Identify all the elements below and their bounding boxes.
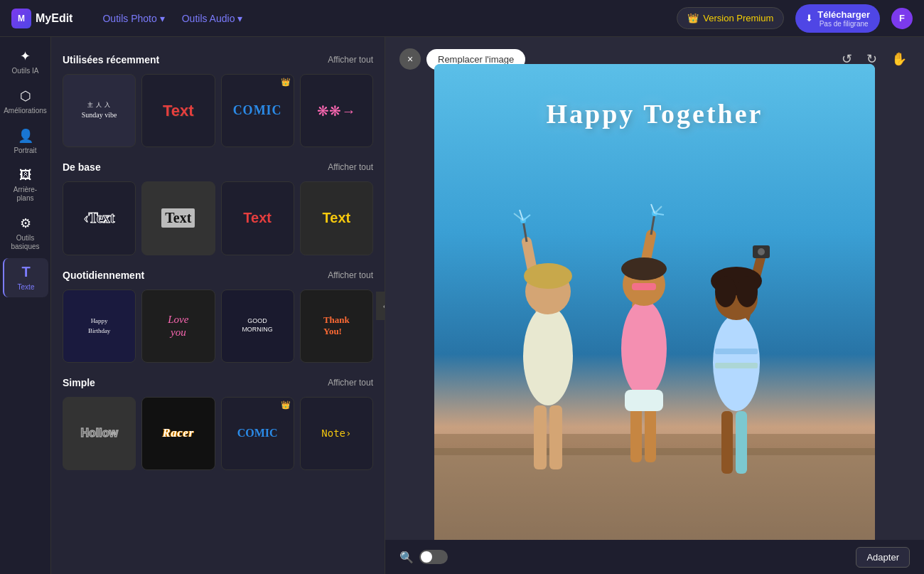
sidebar-item-outils-basiques[interactable]: ⚙ Outils basiques xyxy=(3,210,48,257)
top-nav: M MyEdit Outils Photo ▾ Outils Audio ▾ 👑… xyxy=(0,0,924,37)
template-card-sunday-vibe[interactable]: 主 人 入 Sunday vibe xyxy=(63,74,136,147)
text-panel: Utilisées récemment Afficher tout 主 人 入 … xyxy=(51,37,385,574)
hand-icon: ✋ xyxy=(891,52,907,66)
section-title-simple: Simple xyxy=(63,377,95,388)
outils-audio-label: Outils Audio xyxy=(182,13,235,24)
template-card-good-morning[interactable]: GOOD MORNING xyxy=(221,289,294,363)
sidebar-item-ia-label: Outils IA xyxy=(12,67,39,75)
svg-rect-11 xyxy=(534,405,547,469)
collapse-panel-btn[interactable]: ‹ xyxy=(376,292,385,320)
svg-rect-22 xyxy=(632,283,656,290)
hand-tool-btn[interactable]: ✋ xyxy=(888,48,910,70)
chevron-down-icon: ▾ xyxy=(160,13,165,24)
ia-icon: ✦ xyxy=(20,48,31,64)
section-header-quotidien: Quotidiennement Afficher tout xyxy=(63,270,373,281)
template-card-text-dark[interactable]: Text xyxy=(141,181,215,255)
template-card-text-red[interactable]: Text xyxy=(141,74,215,147)
template-text-note: Note› xyxy=(321,427,351,439)
photo-scene: Happy Together xyxy=(434,64,875,548)
download-button[interactable]: ⬇ Télécharger Pas de filigrane xyxy=(795,4,880,33)
template-card-happy-birthday[interactable]: Happy Birthday xyxy=(63,289,136,363)
app-logo[interactable]: M MyEdit xyxy=(11,9,72,28)
svg-point-35 xyxy=(736,276,758,307)
zoom-icon: 🔍 xyxy=(399,551,414,564)
user-avatar[interactable]: F xyxy=(891,8,913,29)
sidebar-item-texte-label: Texte xyxy=(18,283,35,292)
ameliorations-icon: ⬡ xyxy=(20,88,31,104)
download-sublabel: Pas de filigrane xyxy=(817,20,870,28)
svg-line-7 xyxy=(523,215,530,220)
template-card-arrow[interactable]: ❋❋→ xyxy=(300,74,373,147)
close-canvas-btn[interactable]: × xyxy=(399,48,421,70)
template-text-gold: Text xyxy=(323,210,351,226)
nav-menu: Outils Photo ▾ Outils Audio ▾ xyxy=(95,9,249,28)
main-layout: ✦ Outils IA ⬡ Améliorations 👤 Portrait 🖼… xyxy=(0,37,924,574)
crown-icon: 👑 xyxy=(687,13,699,23)
arriere-plans-icon: 🖼 xyxy=(19,168,32,183)
template-text-bright-red: Text xyxy=(243,210,272,226)
premium-label: Version Premium xyxy=(703,13,773,23)
template-card-text-gold[interactable]: Text xyxy=(300,181,373,255)
section-title-quotidien: Quotidiennement xyxy=(63,270,144,281)
template-card-text-bright-red[interactable]: Text xyxy=(221,181,294,255)
adapt-button[interactable]: Adapter xyxy=(856,547,910,568)
sidebar-item-arriere-plans[interactable]: 🖼 Arrière-plans xyxy=(3,162,48,208)
template-card-comic-simple[interactable]: 👑 COMIC xyxy=(221,397,294,470)
template-text-red: Text xyxy=(163,102,194,120)
section-header-recemment: Utilisées récemment Afficher tout xyxy=(63,54,373,65)
svg-rect-0 xyxy=(434,448,875,548)
template-text-hollow: Hollow xyxy=(80,427,117,440)
template-card-thank-you[interactable]: ThankYou! xyxy=(300,289,373,363)
sidebar-item-outils-basiques-label: Outils basiques xyxy=(6,234,45,251)
template-text-dark: Text xyxy=(161,208,195,228)
texte-icon: T xyxy=(21,264,30,280)
svg-rect-12 xyxy=(549,405,562,469)
sidebar-item-portrait-label: Portrait xyxy=(14,147,36,155)
download-label: Télécharger xyxy=(817,9,870,20)
canvas-image-bg: Happy Together xyxy=(434,64,875,548)
sidebar-item-texte[interactable]: T Texte xyxy=(3,258,48,297)
outils-audio-btn[interactable]: Outils Audio ▾ xyxy=(175,9,250,28)
svg-point-34 xyxy=(715,276,736,307)
template-grid-de-base: ‹Text Text Text Text xyxy=(63,181,373,255)
zoom-toggle[interactable] xyxy=(419,550,448,564)
svg-line-16 xyxy=(655,206,662,213)
premium-button[interactable]: 👑 Version Premium xyxy=(677,7,784,29)
close-icon: × xyxy=(407,53,413,65)
sidebar-item-arriere-plans-label: Arrière-plans xyxy=(6,186,45,203)
crown-badge-comic-simple: 👑 xyxy=(281,400,291,410)
svg-point-21 xyxy=(621,257,667,280)
template-card-text-outline[interactable]: ‹Text xyxy=(63,181,136,255)
download-label-wrap: Télécharger Pas de filigrane xyxy=(817,9,870,28)
template-card-racer[interactable]: Racer xyxy=(141,397,215,470)
template-text-good-morning: GOOD MORNING xyxy=(239,314,276,336)
sidebar-item-ameliorations[interactable]: ⬡ Améliorations xyxy=(3,83,48,121)
section-header-de-base: De base Afficher tout xyxy=(63,161,373,173)
svg-point-19 xyxy=(621,300,667,397)
afficher-tout-recemment[interactable]: Afficher tout xyxy=(328,55,373,65)
template-card-note[interactable]: Note› xyxy=(300,397,373,470)
template-card-hollow[interactable]: Hollow xyxy=(63,397,136,470)
sidebar-item-ia[interactable]: ✦ Outils IA xyxy=(3,43,48,81)
afficher-tout-simple[interactable]: Afficher tout xyxy=(328,378,373,388)
canvas-bottom-inner: 🔍 Adapter xyxy=(399,547,910,568)
canvas-photo-text: Happy Together xyxy=(456,98,853,129)
template-text-sunday: 主 人 入 Sunday vibe xyxy=(77,97,122,124)
svg-rect-36 xyxy=(721,411,733,474)
crown-badge-comic1: 👑 xyxy=(281,78,291,87)
sidebar-item-portrait[interactable]: 👤 Portrait xyxy=(3,122,48,161)
people-svg xyxy=(434,185,875,548)
template-card-love-you[interactable]: Loveyou xyxy=(141,289,215,363)
afficher-tout-de-base[interactable]: Afficher tout xyxy=(328,162,373,172)
template-card-comic-blue-1[interactable]: 👑 COMIC xyxy=(221,74,294,147)
section-header-simple: Simple Afficher tout xyxy=(63,377,373,388)
svg-rect-25 xyxy=(625,390,663,411)
outils-photo-btn[interactable]: Outils Photo ▾ xyxy=(95,9,171,28)
sidebar-item-ameliorations-label: Améliorations xyxy=(4,107,47,115)
outils-basiques-icon: ⚙ xyxy=(20,216,31,231)
afficher-tout-quotidien[interactable]: Afficher tout xyxy=(328,270,373,280)
template-text-thank-you: ThankYou! xyxy=(323,314,350,337)
svg-rect-37 xyxy=(736,411,747,474)
template-text-comic1: COMIC xyxy=(233,103,282,118)
section-title-recemment: Utilisées récemment xyxy=(63,54,159,65)
